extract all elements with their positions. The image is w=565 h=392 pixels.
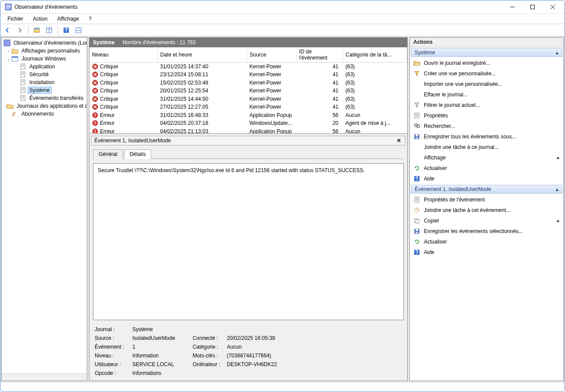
props-icon xyxy=(413,196,420,203)
menu-help[interactable]: ? xyxy=(84,15,96,23)
svg-text:?: ? xyxy=(415,249,418,255)
action-item[interactable]: Actualiser xyxy=(410,163,563,173)
svg-rect-16 xyxy=(76,28,81,29)
close-button[interactable] xyxy=(543,0,563,14)
submenu-arrow-icon: ▸ xyxy=(557,218,560,224)
action-label: Effacer le journal... xyxy=(424,92,468,98)
eventviewer-icon xyxy=(4,39,11,46)
action-item[interactable]: Créer une vue personnalisée... xyxy=(410,68,563,79)
close-detail-button[interactable]: ✕ xyxy=(395,137,402,144)
table-row[interactable]: Erreur31/01/2025 16:48:33Application Pop… xyxy=(89,111,407,120)
folder-icon xyxy=(11,47,18,54)
col-date[interactable]: Date et heure xyxy=(157,47,247,63)
save-icon xyxy=(413,228,420,235)
log-icon xyxy=(19,63,26,70)
col-level[interactable]: Niveau xyxy=(89,47,157,63)
tree-system[interactable]: Système xyxy=(2,86,87,94)
table-row[interactable]: Critique31/01/2025 14:44:50Kernel-Power4… xyxy=(89,95,407,103)
event-grid[interactable]: Niveau Date et heure Source ID de l'évén… xyxy=(89,47,407,133)
action-item[interactable]: Affichage▸ xyxy=(410,152,563,163)
error-icon xyxy=(92,120,98,126)
action-item[interactable]: Joindre une tâche à ce journal... xyxy=(410,142,563,152)
actions-group-system[interactable]: Système ▴ xyxy=(411,48,562,57)
critical-icon xyxy=(92,71,98,78)
show-hide-console-button[interactable] xyxy=(32,25,42,35)
collapse-icon[interactable]: ⌄ xyxy=(5,57,11,61)
back-button[interactable] xyxy=(2,25,13,35)
tree-security[interactable]: Sécurité xyxy=(2,71,87,78)
blank-icon xyxy=(413,81,420,88)
navigation-tree: Observateur d'événements (Local) › Affic… xyxy=(1,37,87,381)
help-button[interactable]: ? xyxy=(61,25,71,35)
col-category[interactable]: Catégorie de la tâ... xyxy=(343,47,407,63)
action-item[interactable]: Enregistrer tous les événements sous... xyxy=(410,131,563,142)
maximize-button[interactable] xyxy=(522,0,543,14)
action-label: Aide xyxy=(424,249,434,255)
action-item[interactable]: Propriétés de l'événement xyxy=(410,194,563,205)
tree-application[interactable]: Application xyxy=(2,63,87,71)
col-source[interactable]: Source xyxy=(247,47,296,63)
tree-subscriptions[interactable]: Abonnements xyxy=(2,110,87,118)
svg-rect-62 xyxy=(95,130,96,132)
table-row[interactable]: Erreur04/02/2025 21:13:03Application Pop… xyxy=(89,127,407,134)
table-row[interactable]: Critique15/02/2025 02:53:48Kernel-Power4… xyxy=(89,79,407,87)
action-item[interactable]: ?Aide xyxy=(410,247,563,258)
action-label: Affichage xyxy=(424,155,446,161)
center-title: Système xyxy=(93,39,114,46)
action-label: Actualiser xyxy=(424,239,447,245)
toolbar: ? xyxy=(0,24,565,36)
tree-custom-views[interactable]: › Affichages personnalisés xyxy=(2,47,87,55)
critical-icon xyxy=(92,64,98,70)
menu-action[interactable]: Action xyxy=(28,15,52,23)
menu-view[interactable]: Affichage xyxy=(53,15,83,23)
log-icon xyxy=(19,71,26,78)
action-item[interactable]: ?Aide xyxy=(410,173,563,184)
action-item[interactable]: Importer une vue personnalisée... xyxy=(410,79,563,89)
tree-scrollbar[interactable] xyxy=(2,373,87,381)
expand-icon[interactable]: › xyxy=(5,49,11,53)
help-icon: ? xyxy=(413,175,420,182)
action-label: Enregistrer les événements sélectionnés.… xyxy=(424,228,523,234)
actions-group-event[interactable]: Événement 1, IsolatedUserMode ▴ xyxy=(411,185,562,194)
app-window: Observateur d'événements Fichier Action … xyxy=(0,0,565,392)
table-row[interactable]: Critique20/01/2025 12:25:54Kernel-Power4… xyxy=(89,87,407,95)
tree-app-services[interactable]: › Journaux des applications et des servi… xyxy=(2,102,87,110)
log-icon xyxy=(19,95,26,102)
svg-text:?: ? xyxy=(64,27,68,33)
tree-windows-logs[interactable]: ⌄ Journaux Windows xyxy=(2,55,87,63)
action-item[interactable]: Enregistrer les événements sélectionnés.… xyxy=(410,226,563,237)
table-row[interactable]: Critique23/12/2024 15:08:11Kernel-Power4… xyxy=(89,71,407,79)
task-icon xyxy=(413,207,420,214)
col-id[interactable]: ID de l'événement xyxy=(296,47,343,63)
svg-rect-83 xyxy=(416,219,419,223)
action-item[interactable]: Actualiser xyxy=(410,237,563,247)
action-item[interactable]: Propriétés xyxy=(410,110,563,121)
action-item[interactable]: Copier▸ xyxy=(410,215,563,226)
action-item[interactable]: Filtrer le journal actuel... xyxy=(410,100,563,110)
tree-root[interactable]: Observateur d'événements (Local) xyxy=(2,39,87,47)
tab-general[interactable]: Général xyxy=(93,149,123,159)
table-row[interactable]: Erreur04/02/2025 20:37:18WindowsUpdate..… xyxy=(89,119,407,127)
extra-view-button[interactable] xyxy=(73,25,84,35)
minimize-button[interactable] xyxy=(502,0,522,14)
subscriptions-icon xyxy=(11,110,18,117)
tree-setup[interactable]: Installation xyxy=(2,78,87,86)
action-label: Filtrer le journal actuel... xyxy=(424,102,480,108)
table-row[interactable]: Critique31/01/2025 14:37:40Kernel-Power4… xyxy=(89,63,407,71)
action-item[interactable]: Rechercher... xyxy=(410,121,563,131)
action-item[interactable]: Ouvrir le journal enregistré... xyxy=(410,58,563,68)
menu-file[interactable]: Fichier xyxy=(3,15,28,23)
collapse-icon: ▴ xyxy=(556,186,558,192)
forward-button[interactable] xyxy=(14,25,25,35)
action-item[interactable]: Effacer le journal... xyxy=(410,89,563,100)
properties-view-button[interactable] xyxy=(44,25,54,35)
titlebar: Observateur d'événements xyxy=(0,0,565,14)
svg-rect-1 xyxy=(6,5,11,6)
folder-icon xyxy=(7,102,14,109)
svg-rect-57 xyxy=(95,116,96,117)
tab-details[interactable]: Détails xyxy=(124,149,152,159)
event-message: Secure Trustlet \??\C:\Windows\System32\… xyxy=(93,163,404,320)
action-item[interactable]: Joindre une tâche à cet événement... xyxy=(410,205,563,215)
tree-forwarded[interactable]: Événements transférés xyxy=(2,94,87,102)
table-row[interactable]: Critique27/01/2025 12:27:05Kernel-Power4… xyxy=(89,103,407,111)
